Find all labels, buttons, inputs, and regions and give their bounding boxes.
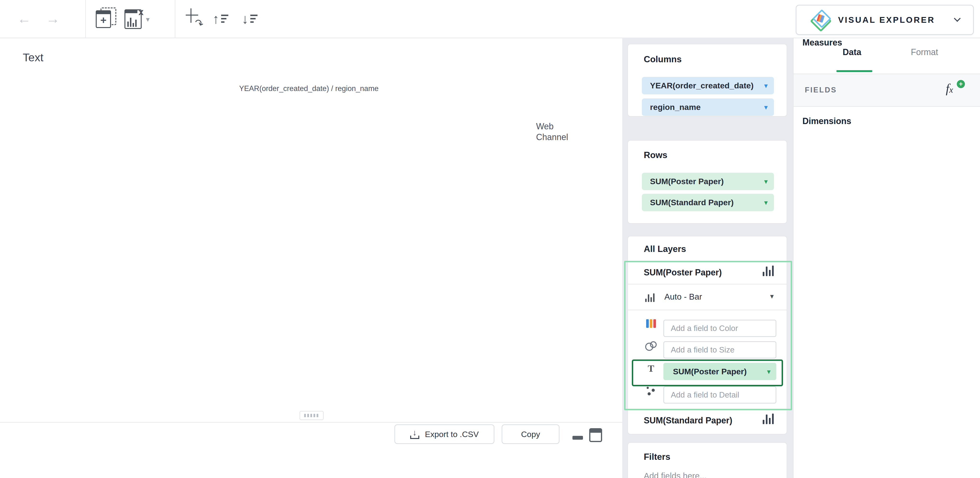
all-layers-title: All Layers — [644, 244, 686, 254]
divider — [628, 284, 787, 285]
chevron-down-icon: ▾ — [764, 103, 768, 112]
color-field-input[interactable] — [663, 320, 776, 337]
panel-resize-grip[interactable] — [300, 411, 323, 420]
filters-shelf: Filters Add fields here... — [627, 442, 787, 478]
export-csv-button[interactable]: Export to .CSV — [395, 424, 495, 444]
sort-descending-button[interactable]: ↓ — [242, 9, 258, 28]
add-calculated-field-button[interactable]: fx + — [946, 81, 965, 97]
swap-axes-icon: ↷ — [185, 8, 203, 28]
clear-chart-caret-icon: ▾ — [146, 15, 150, 24]
pill-sum-standard-paper[interactable]: SUM(Standard Paper)▾ — [642, 194, 774, 211]
filters-placeholder[interactable]: Add fields here... — [644, 471, 707, 478]
measures-title: Measures — [802, 38, 842, 48]
divider — [0, 422, 622, 423]
plus-icon: + — [957, 80, 965, 88]
copy-button[interactable]: Copy — [502, 424, 560, 444]
chevron-down-icon: ▾ — [764, 198, 768, 207]
add-element-button[interactable] — [96, 8, 116, 27]
legend-title: Web Channel — [536, 121, 582, 142]
chevron-down-icon: ▾ — [764, 81, 768, 90]
expand-panel-icon[interactable] — [589, 428, 602, 442]
all-layers-panel: All Layers SUM(Poster Paper) Auto - Bar … — [627, 236, 787, 434]
size-encoding-icon — [643, 341, 659, 351]
active-tab-underline — [837, 70, 872, 72]
fields-panel: Data Format FIELDS fx + Dimensions Measu… — [793, 38, 980, 478]
bar-chart-icon — [763, 414, 774, 424]
back-arrow-icon: ← — [17, 9, 31, 28]
redo-forward-button[interactable]: → — [46, 9, 60, 28]
dimensions-title: Dimensions — [802, 116, 851, 126]
tab-format[interactable]: Format — [911, 47, 938, 57]
clear-chart-icon: x — [124, 10, 142, 29]
forward-arrow-icon: → — [46, 9, 60, 28]
download-icon — [410, 429, 419, 439]
fields-header: FIELDS — [805, 86, 837, 94]
toolbar-divider — [175, 0, 175, 38]
tab-data[interactable]: Data — [843, 47, 861, 57]
mark-type-select[interactable]: Auto - Bar — [664, 292, 702, 301]
chevron-down-icon: ▾ — [767, 367, 771, 376]
chevron-down-icon: ▾ — [770, 292, 774, 300]
visual-explorer-app: ← → x ▾ ↷ ↑ — [0, 0, 980, 478]
pill-year-order-created-date[interactable]: YEAR(order_created_date)▾ — [642, 77, 774, 94]
bar-chart-icon — [763, 266, 774, 276]
color-encoding-icon — [643, 319, 659, 328]
collapse-panel-icon[interactable] — [571, 431, 584, 441]
columns-shelf: Columns YEAR(order_created_date)▾ region… — [627, 44, 787, 116]
text-encoding-icon: T — [643, 363, 659, 374]
layer-poster-name[interactable]: SUM(Poster Paper) — [644, 268, 722, 277]
detail-encoding-icon — [643, 387, 659, 395]
sort-ascending-icon: ↑ — [213, 11, 228, 27]
toolbar-divider — [85, 0, 86, 38]
canvas-text-title[interactable]: Text — [23, 51, 43, 64]
chevron-down-icon: ▾ — [764, 177, 768, 186]
inspector-panel: Columns YEAR(order_created_date)▾ region… — [622, 38, 793, 478]
rows-title: Rows — [644, 150, 667, 160]
visual-explorer-logo-icon — [811, 11, 828, 28]
chart-column-header: YEAR(order_created_date) / region_name — [88, 84, 530, 93]
add-element-icon — [96, 8, 116, 28]
rows-shelf: Rows SUM(Poster Paper)▾ SUM(Standard Pap… — [627, 140, 787, 224]
pill-region-name[interactable]: region_name▾ — [642, 99, 774, 116]
undo-back-button[interactable]: ← — [17, 9, 31, 28]
sort-descending-icon: ↓ — [242, 11, 258, 27]
detail-field-input[interactable] — [663, 386, 776, 403]
text-encoding-pill[interactable]: SUM(Poster Paper) ▾ — [663, 363, 776, 380]
clear-chart-button[interactable]: x ▾ — [124, 10, 150, 29]
pill-sum-poster-paper[interactable]: SUM(Poster Paper)▾ — [642, 173, 774, 190]
chevron-down-icon — [954, 15, 961, 22]
visual-explorer-menu-button[interactable]: VISUAL EXPLORER — [796, 5, 974, 35]
layer-standard-name[interactable]: SUM(Standard Paper) — [644, 416, 732, 425]
columns-title: Columns — [644, 54, 682, 64]
mark-type-bar-icon — [645, 293, 654, 302]
fields-header-band: FIELDS fx + — [794, 73, 980, 107]
divider — [628, 310, 787, 311]
filters-title: Filters — [644, 452, 670, 462]
swap-axes-button[interactable]: ↷ — [185, 9, 203, 28]
sort-ascending-button[interactable]: ↑ — [213, 9, 228, 28]
visual-explorer-label: VISUAL EXPLORER — [838, 15, 935, 25]
size-field-input[interactable] — [663, 341, 776, 358]
